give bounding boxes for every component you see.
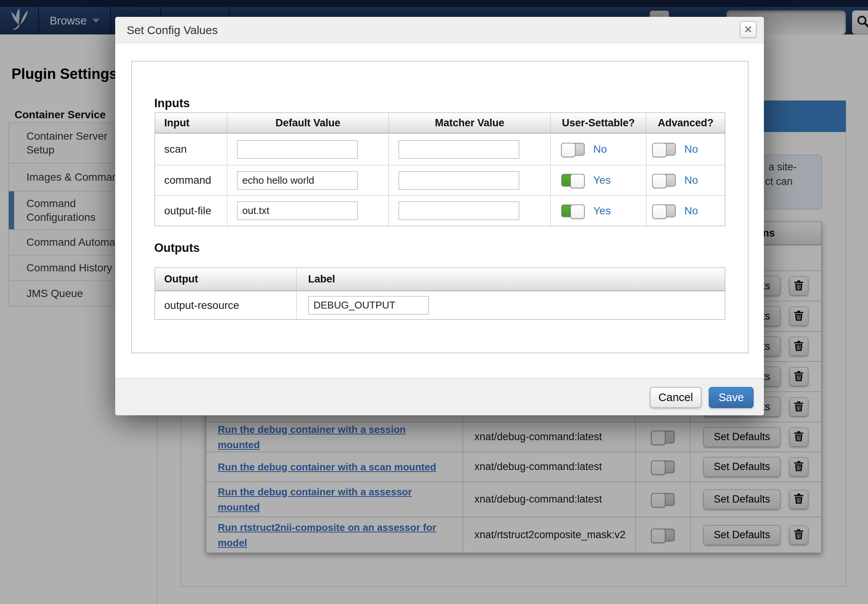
inputs-heading: Inputs (154, 96, 190, 110)
advanced-toggle-command[interactable] (652, 174, 676, 187)
user-settable-toggle-scan[interactable] (561, 143, 585, 156)
output-label-input[interactable] (308, 296, 429, 315)
input-row-output-file: output-file Yes No (155, 195, 725, 226)
save-button[interactable]: Save (709, 387, 754, 408)
column-header: Matcher Value (389, 113, 551, 133)
column-header: Label (297, 268, 725, 291)
outputs-table: Output Label output-resource (155, 268, 725, 320)
inputs-table-header: Input Default Value Matcher Value User-S… (155, 113, 725, 133)
output-row-output-resource: output-resource (155, 291, 725, 319)
outputs-heading: Outputs (154, 241, 200, 255)
matcher-value-input-scan[interactable] (398, 140, 519, 159)
toggle-state-label: No (684, 143, 698, 155)
outputs-table-header: Output Label (155, 268, 725, 291)
toggle-state-label: No (684, 174, 698, 186)
advanced-toggle-scan[interactable] (652, 143, 676, 156)
default-value-input-output-file[interactable] (237, 201, 358, 220)
modal-title: Set Config Values (127, 17, 218, 43)
input-row-scan: scan No No (155, 133, 725, 165)
column-header: User-Settable? (551, 113, 646, 133)
close-icon: ✕ (744, 24, 752, 36)
advanced-toggle-output-file[interactable] (652, 204, 676, 217)
set-config-values-modal: Set Config Values ✕ Inputs Input Default… (115, 17, 764, 415)
toggle-state-label: No (684, 205, 698, 217)
modal-header: Set Config Values ✕ (115, 17, 764, 43)
inputs-table: Input Default Value Matcher Value User-S… (155, 113, 725, 226)
input-name: output-file (155, 196, 227, 226)
matcher-value-input-command[interactable] (398, 171, 519, 190)
modal-footer: Cancel Save (115, 378, 764, 415)
user-settable-toggle-output-file[interactable] (561, 204, 585, 217)
toggle-state-label: Yes (593, 205, 611, 217)
input-name: command (155, 165, 227, 195)
output-name: output-resource (155, 291, 297, 319)
column-header: Default Value (227, 113, 389, 133)
input-row-command: command Yes No (155, 165, 725, 195)
default-value-input-command[interactable] (237, 171, 358, 190)
toggle-state-label: No (593, 143, 607, 155)
column-header: Advanced? (646, 113, 725, 133)
default-value-input-scan[interactable] (237, 140, 358, 159)
input-name: scan (155, 134, 227, 165)
column-header: Input (155, 113, 227, 133)
close-button[interactable]: ✕ (740, 21, 757, 38)
cancel-button[interactable]: Cancel (650, 387, 702, 408)
column-header: Output (155, 268, 297, 291)
matcher-value-input-output-file[interactable] (398, 201, 519, 220)
toggle-state-label: Yes (593, 174, 611, 186)
user-settable-toggle-command[interactable] (561, 174, 585, 187)
